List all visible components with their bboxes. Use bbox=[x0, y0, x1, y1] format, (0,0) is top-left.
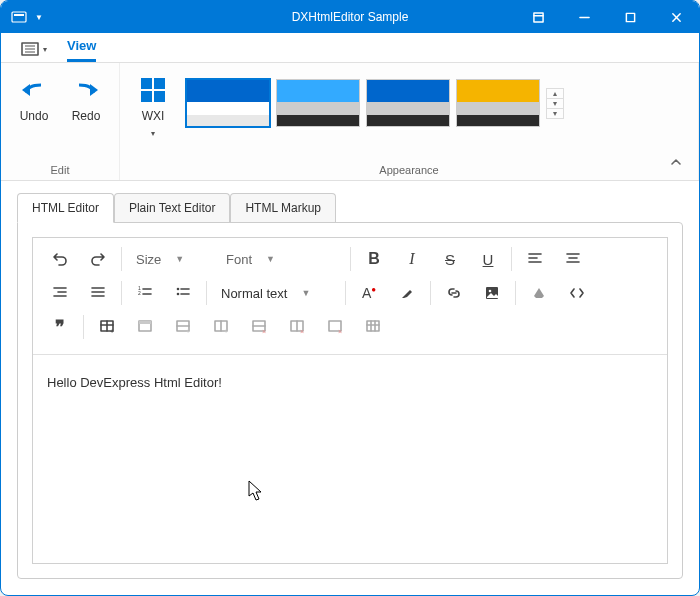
ribbon-display-button[interactable] bbox=[515, 1, 561, 33]
undo-button[interactable]: Undo bbox=[11, 69, 57, 123]
svg-rect-1 bbox=[14, 14, 24, 16]
svg-text:×: × bbox=[262, 328, 266, 335]
group-label-edit: Edit bbox=[51, 164, 70, 176]
svg-rect-0 bbox=[12, 12, 26, 22]
italic-button[interactable]: I bbox=[393, 244, 431, 274]
skin-gallery: ▴ ▾ ▾ bbox=[182, 69, 568, 137]
app-icon bbox=[11, 9, 27, 25]
link-button[interactable] bbox=[435, 278, 473, 308]
editor-panel: Size▼ Font▼ B I S U bbox=[17, 222, 683, 579]
redo-label: Redo bbox=[72, 109, 101, 123]
code-block-button[interactable] bbox=[558, 278, 596, 308]
tab-html-markup[interactable]: HTML Markup bbox=[230, 193, 336, 222]
file-menu-button[interactable]: ▾ bbox=[21, 42, 47, 62]
font-color-button[interactable]: A● bbox=[350, 278, 388, 308]
skin-swatch-1[interactable] bbox=[276, 79, 360, 127]
strike-button[interactable]: S bbox=[431, 244, 469, 274]
titlebar: ▼ DXHtmlEditor Sample bbox=[1, 1, 699, 33]
sheet-tabs: HTML Editor Plain Text Editor HTML Marku… bbox=[17, 193, 683, 222]
bold-button[interactable]: B bbox=[355, 244, 393, 274]
svg-text:×: × bbox=[338, 328, 342, 335]
size-select[interactable]: Size▼ bbox=[126, 244, 216, 274]
chevron-down-icon: ▼ bbox=[266, 254, 275, 264]
svg-rect-2 bbox=[533, 12, 542, 21]
svg-text:×: × bbox=[300, 328, 304, 335]
undo-label: Undo bbox=[20, 109, 49, 123]
redo-button[interactable]: Redo bbox=[63, 69, 109, 123]
svg-text:+: + bbox=[224, 328, 228, 335]
ribbon-group-edit: Undo Redo Edit bbox=[1, 63, 120, 180]
chevron-down-icon: ▼ bbox=[175, 254, 184, 264]
highlight-button[interactable] bbox=[388, 278, 426, 308]
svg-text:+: + bbox=[110, 328, 114, 335]
tab-plain-text[interactable]: Plain Text Editor bbox=[114, 193, 231, 222]
svg-rect-5 bbox=[626, 13, 634, 21]
svg-rect-39 bbox=[139, 321, 151, 324]
font-select[interactable]: Font▼ bbox=[216, 244, 346, 274]
gallery-expand-button[interactable]: ▾ bbox=[547, 109, 563, 118]
ribbon-group-appearance: WXI ▾ ▴ ▾ ▾ Appearance bbox=[120, 63, 699, 180]
skin-wxi-button[interactable]: WXI ▾ bbox=[130, 69, 176, 138]
tab-view[interactable]: View bbox=[67, 32, 96, 62]
delete-table-button[interactable]: × bbox=[316, 312, 354, 342]
editor-text: Hello DevExpress Html Editor! bbox=[47, 375, 222, 390]
ordered-list-button[interactable]: 12 bbox=[126, 278, 164, 308]
editor-toolbar: Size▼ Font▼ B I S U bbox=[33, 238, 667, 355]
table-header-button[interactable] bbox=[126, 312, 164, 342]
align-right-button[interactable] bbox=[41, 278, 79, 308]
svg-point-28 bbox=[177, 288, 180, 291]
chevron-down-icon: ▾ bbox=[151, 129, 155, 138]
ribbon-collapse-button[interactable] bbox=[669, 155, 683, 172]
minimize-button[interactable] bbox=[561, 1, 607, 33]
tab-html-editor[interactable]: HTML Editor bbox=[17, 193, 114, 223]
skin-swatch-2[interactable] bbox=[366, 79, 450, 127]
gallery-up-button[interactable]: ▴ bbox=[547, 89, 563, 99]
svg-rect-54 bbox=[367, 321, 379, 331]
image-button[interactable] bbox=[473, 278, 511, 308]
undo-tool[interactable] bbox=[41, 244, 79, 274]
gallery-spin: ▴ ▾ ▾ bbox=[546, 88, 564, 119]
maximize-button[interactable] bbox=[607, 1, 653, 33]
clear-format-button[interactable] bbox=[520, 278, 558, 308]
svg-text:2: 2 bbox=[138, 290, 141, 296]
blockquote-button[interactable]: ❞ bbox=[41, 312, 79, 342]
insert-row-button[interactable]: + bbox=[164, 312, 202, 342]
svg-point-33 bbox=[489, 290, 492, 293]
wxi-label: WXI bbox=[142, 109, 165, 123]
ribbon-body: Undo Redo Edit WXI ▾ bbox=[1, 63, 699, 181]
align-center-button[interactable] bbox=[554, 244, 592, 274]
html-editor: Size▼ Font▼ B I S U bbox=[32, 237, 668, 564]
underline-button[interactable]: U bbox=[469, 244, 507, 274]
align-justify-button[interactable] bbox=[79, 278, 117, 308]
ribbon-tab-strip: ▾ View bbox=[1, 33, 699, 63]
content-area: HTML Editor Plain Text Editor HTML Marku… bbox=[1, 181, 699, 595]
gallery-down-button[interactable]: ▾ bbox=[547, 99, 563, 109]
svg-point-29 bbox=[177, 293, 180, 296]
chevron-down-icon: ▼ bbox=[301, 288, 310, 298]
qat-dropdown-icon[interactable]: ▼ bbox=[35, 13, 43, 22]
align-left-button[interactable] bbox=[516, 244, 554, 274]
app-window: ▼ DXHtmlEditor Sample ▾ View bbox=[0, 0, 700, 596]
insert-column-button[interactable]: + bbox=[202, 312, 240, 342]
delete-column-button[interactable]: × bbox=[278, 312, 316, 342]
unordered-list-button[interactable] bbox=[164, 278, 202, 308]
editor-content[interactable]: Hello DevExpress Html Editor! bbox=[33, 355, 667, 563]
cell-props-button[interactable] bbox=[354, 312, 392, 342]
skin-swatch-3[interactable] bbox=[456, 79, 540, 127]
skin-swatch-0[interactable] bbox=[186, 79, 270, 127]
heading-select[interactable]: Normal text▼ bbox=[211, 278, 341, 308]
redo-tool[interactable] bbox=[79, 244, 117, 274]
group-label-appearance: Appearance bbox=[379, 164, 438, 176]
close-button[interactable] bbox=[653, 1, 699, 33]
svg-text:+: + bbox=[186, 328, 190, 335]
delete-row-button[interactable]: × bbox=[240, 312, 278, 342]
tiles-icon bbox=[141, 78, 165, 102]
insert-table-button[interactable]: + bbox=[88, 312, 126, 342]
